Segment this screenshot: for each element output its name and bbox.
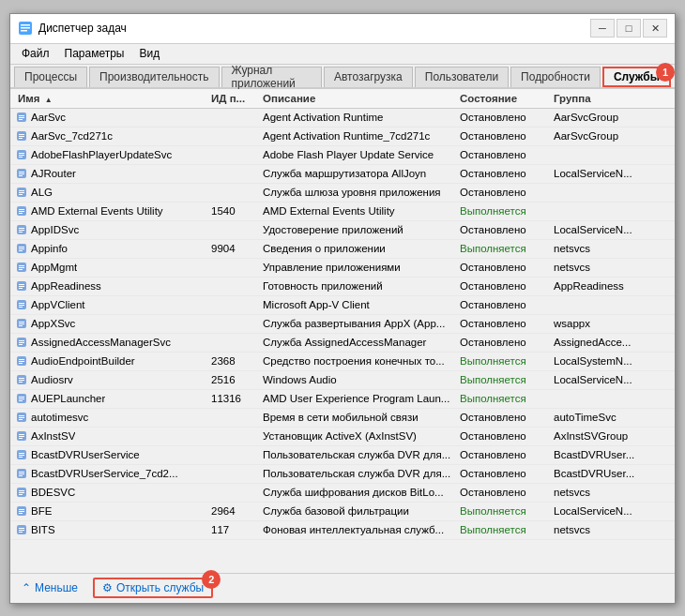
row-name-cell: Audiosrv	[10, 372, 207, 387]
svg-rect-82	[19, 473, 24, 474]
svg-rect-45	[19, 303, 24, 304]
svg-rect-43	[19, 288, 23, 289]
table-row[interactable]: AppXSvcСлужба развертывания AppX (App...…	[10, 315, 675, 334]
service-icon	[14, 428, 29, 443]
service-icon	[14, 372, 29, 387]
table-row[interactable]: AppReadinessГотовность приложенийОстанов…	[10, 278, 675, 296]
table-header-row: Имя ▲ ИД п... Описание Состояние Группа	[10, 89, 675, 109]
header-pid[interactable]: ИД п...	[207, 93, 259, 104]
service-icon	[14, 335, 29, 350]
table-row[interactable]: AppMgmtУправление приложениямиОстановлен…	[10, 259, 675, 278]
open-services-button[interactable]: ⚙ Открыть службы	[93, 578, 213, 598]
row-status: Остановлено	[456, 468, 550, 479]
svg-rect-47	[19, 307, 23, 308]
maximize-button[interactable]: □	[616, 19, 641, 38]
table-row[interactable]: AudioEndpointBuilder2368Средство построе…	[10, 353, 675, 371]
svg-rect-61	[19, 378, 24, 379]
table-row[interactable]: BITS117Фоновая интеллектуальная служб...…	[10, 521, 675, 540]
svg-rect-7	[19, 119, 23, 120]
svg-rect-34	[19, 248, 24, 249]
row-status: Остановлено	[456, 262, 550, 273]
table-row[interactable]: BFE2964Служба базовой фильтрацииВыполняе…	[10, 503, 675, 521]
row-status: Выполняется	[456, 205, 550, 217]
table-row[interactable]: AssignedAccessManagerSvcСлужба AssignedA…	[10, 334, 675, 353]
header-description[interactable]: Описание	[259, 93, 456, 104]
svg-rect-17	[19, 172, 24, 173]
menu-view[interactable]: Вид	[131, 45, 167, 62]
service-icon	[14, 166, 29, 181]
row-name-cell: AppReadiness	[10, 278, 207, 293]
table-row[interactable]: BcastDVRUserServiceПользовательская служ…	[10, 446, 675, 465]
svg-rect-5	[19, 115, 24, 116]
svg-rect-22	[19, 192, 24, 193]
svg-rect-91	[19, 513, 23, 514]
svg-rect-25	[19, 209, 24, 210]
svg-rect-55	[19, 344, 23, 345]
row-name-cell: AUEPLauncher	[10, 391, 207, 406]
table-row[interactable]: BcastDVRUserService_7cd2...Пользовательс…	[10, 465, 675, 484]
tab-app-history[interactable]: Журнал приложений	[221, 67, 322, 87]
less-button[interactable]: ⌃ Меньше	[18, 579, 82, 596]
table-row[interactable]: AJRouterСлужба маршрутизатора AllJoynОст…	[10, 165, 675, 184]
service-icon	[14, 128, 29, 143]
svg-rect-6	[19, 117, 24, 118]
row-name-cell: AppVClient	[10, 297, 207, 312]
row-name-cell: AppMgmt	[10, 260, 207, 275]
table-row[interactable]: AarSvcAgent Activation RuntimeОстановлен…	[10, 109, 675, 128]
svg-rect-90	[19, 511, 24, 512]
tab-performance[interactable]: Производительность	[89, 67, 219, 87]
tab-users[interactable]: Пользователи	[415, 67, 509, 87]
window-controls: ─ □ ✕	[590, 19, 667, 38]
row-status: Остановлено	[456, 337, 550, 348]
svg-rect-63	[19, 382, 23, 383]
svg-rect-65	[19, 397, 24, 398]
table-row[interactable]: ALGСлужба шлюза уровня приложенияОстанов…	[10, 184, 675, 203]
row-name-cell: AxInstSV	[10, 428, 207, 443]
tab-details[interactable]: Подробности	[510, 67, 601, 87]
table-row[interactable]: AdobeFlashPlayerUpdateSvcAdobe Flash Pla…	[10, 146, 675, 165]
bottom-bar: ⌃ Меньше ⚙ Открыть службы 2	[10, 573, 675, 603]
header-name[interactable]: Имя ▲	[10, 93, 207, 104]
table-row[interactable]: autotimesvcВремя в сети мобильной связиО…	[10, 409, 675, 428]
svg-rect-81	[19, 472, 24, 473]
svg-rect-37	[19, 265, 24, 266]
header-status[interactable]: Состояние	[456, 93, 550, 104]
table-row[interactable]: AxInstSVУстановщик ActiveX (AxInstSV)Ост…	[10, 428, 675, 446]
chevron-down-icon: ⌃	[22, 581, 31, 594]
row-name-cell: autotimesvc	[10, 410, 207, 425]
table-row[interactable]: AppIDSvcУдостоверение приложенийОстановл…	[10, 221, 675, 240]
table-body[interactable]: AarSvcAgent Activation RuntimeОстановлен…	[10, 109, 675, 573]
table-row[interactable]: AUEPLauncher11316AMD User Experience Pro…	[10, 390, 675, 409]
svg-rect-79	[19, 457, 23, 458]
menu-file[interactable]: Файл	[14, 45, 57, 62]
service-icon	[14, 241, 29, 256]
row-name-cell: AdobeFlashPlayerUpdateSvc	[10, 147, 207, 162]
service-icon	[14, 353, 29, 368]
table-row[interactable]: AMD External Events Utility1540AMD Exter…	[10, 203, 675, 221]
table-row[interactable]: BDESVCСлужба шифрования дисков BitLo...О…	[10, 484, 675, 503]
svg-rect-13	[19, 153, 24, 154]
sort-arrow: ▲	[45, 96, 53, 104]
minimize-button[interactable]: ─	[590, 19, 615, 38]
service-icon	[14, 278, 29, 293]
svg-rect-49	[19, 322, 24, 323]
table-row[interactable]: Audiosrv2516Windows AudioВыполняетсяLoca…	[10, 371, 675, 390]
table-row[interactable]: AarSvc_7cd271cAgent Activation Runtime_7…	[10, 128, 675, 146]
table-row[interactable]: AppVClientMicrosoft App-V ClientОстановл…	[10, 296, 675, 315]
menu-parameters[interactable]: Параметры	[57, 45, 132, 62]
table-row[interactable]: Appinfo9904Сведения о приложенииВыполняе…	[10, 240, 675, 259]
svg-rect-19	[19, 175, 23, 176]
close-button[interactable]: ✕	[643, 19, 667, 38]
row-status: Остановлено	[456, 280, 550, 292]
row-name-cell: BcastDVRUserService	[10, 447, 207, 462]
svg-rect-73	[19, 434, 24, 435]
svg-rect-54	[19, 342, 24, 343]
tabs-bar: Процессы Производительность Журнал прило…	[10, 65, 675, 89]
header-group[interactable]: Группа	[550, 93, 662, 104]
svg-rect-95	[19, 532, 23, 533]
svg-rect-31	[19, 232, 23, 233]
tab-startup[interactable]: Автозагрузка	[324, 67, 413, 87]
tab-processes[interactable]: Процессы	[14, 67, 87, 87]
row-name-cell: ALG	[10, 185, 207, 200]
svg-rect-67	[19, 400, 23, 401]
